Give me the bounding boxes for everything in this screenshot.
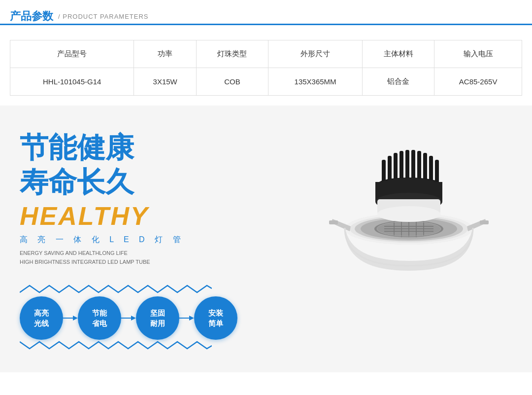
page-header: 产品参数 / PRODUCT PARAMETERS	[0, 0, 532, 25]
svg-rect-36	[329, 220, 338, 224]
col-dimensions: 外形尺寸	[268, 40, 362, 68]
badge-3: 坚固 耐用	[136, 296, 179, 340]
table-header-row: 产品型号 功率 灯珠类型 外形尺寸 主体材料 输入电压	[10, 40, 522, 68]
deco-zigzag-bottom	[20, 340, 212, 351]
svg-rect-37	[480, 220, 489, 224]
badge-item-1: 高亮 光线	[20, 296, 63, 340]
badge-item-2: 节能 省电	[78, 296, 121, 340]
badge-1-line2: 光线	[34, 318, 49, 328]
badge-2-line1: 节能	[92, 308, 107, 318]
svg-marker-3	[131, 316, 136, 321]
badges-row: 高亮 光线 节能 省电	[20, 296, 237, 340]
col-voltage: 输入电压	[434, 40, 522, 68]
header-title-cn: 产品参数	[10, 9, 53, 24]
cell-material: 铝合金	[363, 68, 434, 96]
connector-2	[121, 296, 136, 340]
connector-3	[179, 296, 194, 340]
table-row: HHL-101045-G14 3X15W COB 135X365MM 铝合金 A…	[10, 68, 522, 96]
badge-3-line1: 坚固	[150, 308, 165, 318]
params-table: 产品型号 功率 灯珠类型 外形尺寸 主体材料 输入电压 HHL-101045-G…	[10, 40, 522, 96]
marketing-subtitle-cn: 高 亮 一 体 化 L E D 灯 管	[20, 235, 237, 245]
marketing-title-healthy: HEALTHY	[20, 201, 237, 231]
badge-3-line2: 耐用	[150, 318, 165, 328]
svg-point-39	[377, 206, 440, 222]
arrow-svg-3	[179, 313, 194, 323]
badge-1-line1: 高亮	[34, 308, 49, 318]
badge-2-line2: 省电	[92, 318, 107, 328]
marketing-subtitle-en: ENERGY SAVING AND HEALTHLONG LIFE HIGH B…	[20, 249, 237, 266]
subtitle-en-line1: ENERGY SAVING AND HEALTHLONG LIFE	[20, 250, 128, 256]
product-image-area	[305, 130, 512, 283]
col-power: 功率	[134, 40, 197, 68]
svg-marker-5	[189, 316, 194, 321]
arrow-svg-1	[63, 313, 78, 323]
col-bulb-type: 灯珠类型	[196, 40, 268, 68]
badge-1: 高亮 光线	[20, 296, 63, 340]
arrow-svg-2	[121, 313, 136, 323]
marketing-title-line2: 寿命长久	[20, 165, 237, 199]
badge-4-line1: 安装	[208, 308, 223, 318]
badge-4-line2: 简单	[208, 318, 223, 328]
product-image-svg	[325, 140, 493, 283]
cell-voltage: AC85-265V	[434, 68, 522, 96]
marketing-section: 节能健康 寿命长久 HEALTHY 高 亮 一 体 化 L E D 灯 管 EN…	[0, 106, 532, 372]
connector-1	[63, 296, 78, 340]
svg-marker-1	[73, 316, 78, 321]
cell-power: 3X15W	[134, 68, 197, 96]
cell-model: HHL-101045-G14	[10, 68, 134, 96]
deco-zigzag-top	[20, 284, 212, 294]
col-model: 产品型号	[10, 40, 134, 68]
cell-bulb-type: COB	[196, 68, 268, 96]
badges-container: 高亮 光线 节能 省电	[20, 284, 237, 353]
badge-4: 安装 简单	[194, 296, 237, 340]
badge-item-3: 坚固 耐用	[136, 296, 179, 340]
badge-2: 节能 省电	[78, 296, 121, 340]
cell-dimensions: 135X365MM	[268, 68, 362, 96]
header-title-en: / PRODUCT PARAMETERS	[58, 13, 149, 20]
badge-item-4: 安装 简单	[194, 296, 237, 340]
marketing-title-line1: 节能健康	[20, 130, 237, 165]
table-section: 产品型号 功率 灯珠类型 外形尺寸 主体材料 输入电压 HHL-101045-G…	[0, 25, 532, 106]
subtitle-en-line2: HIGH BRIGHTNESS INTEGRATED LED LAMP TUBE	[20, 259, 150, 265]
col-material: 主体材料	[363, 40, 434, 68]
marketing-left: 节能健康 寿命长久 HEALTHY 高 亮 一 体 化 L E D 灯 管 EN…	[20, 130, 237, 353]
